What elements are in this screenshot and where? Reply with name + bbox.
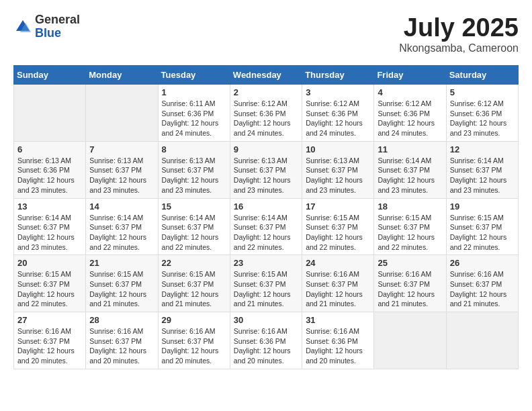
calendar-week-row: 20Sunrise: 6:15 AM Sunset: 6:37 PM Dayli…	[14, 255, 519, 312]
day-number: 20	[17, 258, 82, 268]
calendar-cell: 12Sunrise: 6:14 AM Sunset: 6:37 PM Dayli…	[446, 141, 518, 198]
day-number: 24	[306, 258, 370, 268]
day-info: Sunrise: 6:14 AM Sunset: 6:37 PM Dayligh…	[89, 213, 154, 253]
day-info: Sunrise: 6:12 AM Sunset: 6:36 PM Dayligh…	[378, 99, 442, 138]
day-number: 19	[450, 201, 515, 212]
day-number: 27	[17, 315, 82, 325]
day-info: Sunrise: 6:12 AM Sunset: 6:36 PM Dayligh…	[450, 99, 515, 138]
day-number: 16	[234, 201, 298, 212]
day-info: Sunrise: 6:13 AM Sunset: 6:37 PM Dayligh…	[306, 156, 370, 195]
weekday-header: Tuesday	[158, 66, 230, 85]
day-info: Sunrise: 6:16 AM Sunset: 6:37 PM Dayligh…	[450, 269, 515, 309]
calendar-cell	[86, 85, 158, 142]
calendar-cell	[14, 85, 86, 142]
logo-icon	[13, 17, 32, 36]
calendar-cell: 10Sunrise: 6:13 AM Sunset: 6:37 PM Dayli…	[302, 141, 374, 198]
month-title: July 2025	[399, 13, 519, 42]
weekday-header: Sunday	[14, 66, 86, 85]
day-info: Sunrise: 6:13 AM Sunset: 6:37 PM Dayligh…	[234, 156, 298, 195]
day-number: 18	[378, 201, 442, 212]
calendar-cell: 29Sunrise: 6:16 AM Sunset: 6:37 PM Dayli…	[158, 312, 230, 369]
day-number: 13	[17, 201, 82, 212]
day-info: Sunrise: 6:15 AM Sunset: 6:37 PM Dayligh…	[306, 213, 370, 253]
calendar-header: SundayMondayTuesdayWednesdayThursdayFrid…	[14, 66, 519, 85]
calendar-week-row: 1Sunrise: 6:11 AM Sunset: 6:36 PM Daylig…	[14, 85, 519, 142]
day-number: 5	[450, 87, 515, 97]
calendar-cell: 4Sunrise: 6:12 AM Sunset: 6:36 PM Daylig…	[374, 85, 446, 142]
calendar-cell: 22Sunrise: 6:15 AM Sunset: 6:37 PM Dayli…	[158, 255, 230, 312]
calendar-cell: 31Sunrise: 6:16 AM Sunset: 6:36 PM Dayli…	[302, 312, 374, 369]
page-header: General Blue July 2025 Nkongsamba, Camer…	[13, 13, 519, 54]
calendar-cell: 7Sunrise: 6:13 AM Sunset: 6:37 PM Daylig…	[86, 141, 158, 198]
logo: General Blue	[13, 13, 80, 40]
calendar-cell: 15Sunrise: 6:14 AM Sunset: 6:37 PM Dayli…	[158, 198, 230, 255]
day-info: Sunrise: 6:15 AM Sunset: 6:37 PM Dayligh…	[378, 213, 442, 253]
calendar-cell: 17Sunrise: 6:15 AM Sunset: 6:37 PM Dayli…	[302, 198, 374, 255]
day-info: Sunrise: 6:16 AM Sunset: 6:37 PM Dayligh…	[378, 269, 442, 309]
calendar-cell: 16Sunrise: 6:14 AM Sunset: 6:37 PM Dayli…	[230, 198, 302, 255]
calendar-table: SundayMondayTuesdayWednesdayThursdayFrid…	[13, 65, 519, 369]
title-block: July 2025 Nkongsamba, Cameroon	[399, 13, 519, 54]
day-number: 10	[306, 144, 370, 154]
calendar-cell: 11Sunrise: 6:14 AM Sunset: 6:37 PM Dayli…	[374, 141, 446, 198]
day-number: 12	[450, 144, 515, 154]
day-number: 31	[306, 315, 370, 325]
logo-blue: Blue	[35, 27, 80, 40]
day-number: 21	[89, 258, 154, 268]
calendar-cell: 3Sunrise: 6:12 AM Sunset: 6:36 PM Daylig…	[302, 85, 374, 142]
day-number: 7	[89, 144, 154, 154]
calendar-cell: 2Sunrise: 6:12 AM Sunset: 6:36 PM Daylig…	[230, 85, 302, 142]
calendar-cell: 14Sunrise: 6:14 AM Sunset: 6:37 PM Dayli…	[86, 198, 158, 255]
day-info: Sunrise: 6:15 AM Sunset: 6:37 PM Dayligh…	[450, 213, 515, 253]
day-number: 30	[234, 315, 298, 325]
calendar-cell: 27Sunrise: 6:16 AM Sunset: 6:37 PM Dayli…	[14, 312, 86, 369]
day-info: Sunrise: 6:16 AM Sunset: 6:36 PM Dayligh…	[234, 326, 298, 366]
calendar-cell: 5Sunrise: 6:12 AM Sunset: 6:36 PM Daylig…	[446, 85, 518, 142]
day-info: Sunrise: 6:16 AM Sunset: 6:37 PM Dayligh…	[89, 326, 154, 366]
calendar-cell: 6Sunrise: 6:13 AM Sunset: 6:36 PM Daylig…	[14, 141, 86, 198]
calendar-cell	[374, 312, 446, 369]
day-info: Sunrise: 6:13 AM Sunset: 6:37 PM Dayligh…	[162, 156, 226, 195]
day-info: Sunrise: 6:15 AM Sunset: 6:37 PM Dayligh…	[17, 269, 82, 309]
calendar-body: 1Sunrise: 6:11 AM Sunset: 6:36 PM Daylig…	[14, 85, 519, 369]
day-info: Sunrise: 6:16 AM Sunset: 6:37 PM Dayligh…	[162, 326, 226, 366]
day-info: Sunrise: 6:13 AM Sunset: 6:37 PM Dayligh…	[89, 156, 154, 195]
calendar-cell: 9Sunrise: 6:13 AM Sunset: 6:37 PM Daylig…	[230, 141, 302, 198]
day-number: 23	[234, 258, 298, 268]
day-number: 17	[306, 201, 370, 212]
calendar-cell: 19Sunrise: 6:15 AM Sunset: 6:37 PM Dayli…	[446, 198, 518, 255]
day-number: 26	[450, 258, 515, 268]
weekday-header: Friday	[374, 66, 446, 85]
calendar-cell: 24Sunrise: 6:16 AM Sunset: 6:37 PM Dayli…	[302, 255, 374, 312]
calendar-cell: 8Sunrise: 6:13 AM Sunset: 6:37 PM Daylig…	[158, 141, 230, 198]
day-number: 25	[378, 258, 442, 268]
logo-text: General Blue	[35, 13, 80, 40]
day-info: Sunrise: 6:16 AM Sunset: 6:37 PM Dayligh…	[306, 269, 370, 309]
calendar-week-row: 27Sunrise: 6:16 AM Sunset: 6:37 PM Dayli…	[14, 312, 519, 369]
day-info: Sunrise: 6:15 AM Sunset: 6:37 PM Dayligh…	[234, 269, 298, 309]
calendar-cell: 13Sunrise: 6:14 AM Sunset: 6:37 PM Dayli…	[14, 198, 86, 255]
day-number: 29	[162, 315, 226, 325]
calendar-week-row: 13Sunrise: 6:14 AM Sunset: 6:37 PM Dayli…	[14, 198, 519, 255]
day-info: Sunrise: 6:14 AM Sunset: 6:37 PM Dayligh…	[450, 156, 515, 195]
day-info: Sunrise: 6:14 AM Sunset: 6:37 PM Dayligh…	[234, 213, 298, 253]
day-info: Sunrise: 6:14 AM Sunset: 6:37 PM Dayligh…	[17, 213, 82, 253]
day-number: 22	[162, 258, 226, 268]
logo-general: General	[35, 13, 80, 27]
calendar-cell: 28Sunrise: 6:16 AM Sunset: 6:37 PM Dayli…	[86, 312, 158, 369]
day-info: Sunrise: 6:16 AM Sunset: 6:36 PM Dayligh…	[306, 326, 370, 366]
day-info: Sunrise: 6:15 AM Sunset: 6:37 PM Dayligh…	[89, 269, 154, 309]
day-info: Sunrise: 6:11 AM Sunset: 6:36 PM Dayligh…	[162, 99, 226, 138]
calendar-cell: 25Sunrise: 6:16 AM Sunset: 6:37 PM Dayli…	[374, 255, 446, 312]
calendar-cell: 20Sunrise: 6:15 AM Sunset: 6:37 PM Dayli…	[14, 255, 86, 312]
calendar-cell: 26Sunrise: 6:16 AM Sunset: 6:37 PM Dayli…	[446, 255, 518, 312]
day-number: 8	[162, 144, 226, 154]
day-number: 4	[378, 87, 442, 97]
day-number: 2	[234, 87, 298, 97]
calendar-header-row: SundayMondayTuesdayWednesdayThursdayFrid…	[14, 66, 519, 85]
day-info: Sunrise: 6:12 AM Sunset: 6:36 PM Dayligh…	[306, 99, 370, 138]
weekday-header: Monday	[86, 66, 158, 85]
day-number: 9	[234, 144, 298, 154]
day-info: Sunrise: 6:14 AM Sunset: 6:37 PM Dayligh…	[378, 156, 442, 195]
calendar-cell	[446, 312, 518, 369]
